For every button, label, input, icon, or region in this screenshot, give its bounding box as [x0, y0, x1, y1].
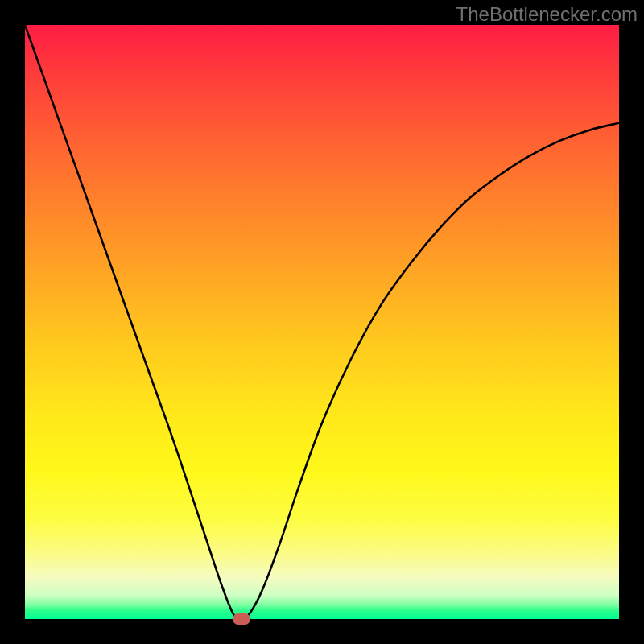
- bottleneck-curve: [25, 25, 619, 619]
- optimum-marker: [233, 613, 250, 625]
- chart-svg: [25, 25, 619, 619]
- source-label: TheBottlenecker.com: [456, 3, 638, 26]
- plot-area: [25, 25, 619, 619]
